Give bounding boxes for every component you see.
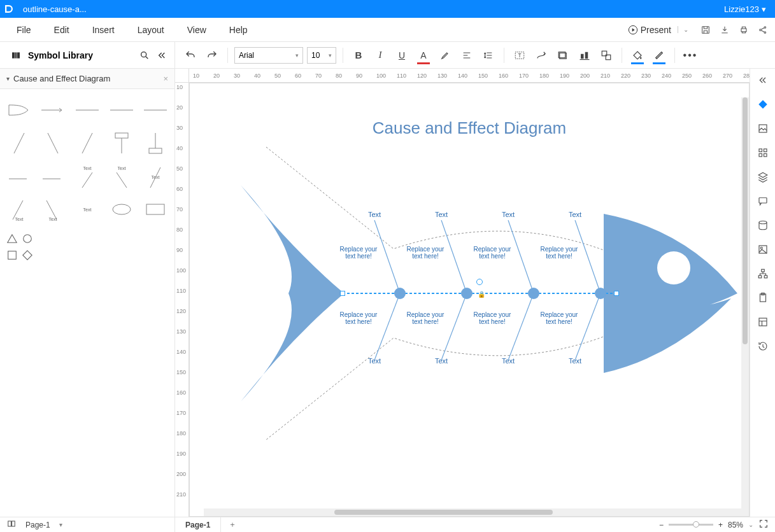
shape-spine[interactable]	[71, 94, 104, 126]
bold-button[interactable]: B	[350, 46, 367, 64]
line-spacing-button[interactable]	[480, 46, 497, 64]
bone-label-top[interactable]: Text	[502, 211, 515, 218]
bone-text-bottom[interactable]: Replace your text here!	[403, 311, 448, 325]
vertical-scrollbar[interactable]	[741, 97, 749, 508]
menu-view[interactable]: View	[176, 25, 218, 35]
highlight-button[interactable]	[436, 46, 454, 64]
shape-box-top[interactable]	[105, 127, 138, 159]
menu-file[interactable]: File	[5, 25, 43, 35]
fullscreen-icon[interactable]	[758, 519, 769, 531]
selection-handle-left[interactable]	[340, 291, 345, 296]
shape-bone-up[interactable]	[3, 127, 36, 159]
expand-panel-icon[interactable]	[755, 73, 771, 88]
bone-label-bottom[interactable]: Text	[435, 357, 448, 365]
redo-button[interactable]	[203, 46, 221, 64]
shape-line-short[interactable]	[3, 160, 36, 192]
bone-text-bottom[interactable]: Replace your text here!	[537, 311, 581, 325]
bone-text-bottom[interactable]: Replace your text here!	[470, 311, 515, 325]
bone-text-top[interactable]: Replace your text here!	[403, 246, 448, 260]
group-button[interactable]	[597, 46, 615, 64]
bone-label-top[interactable]: Text	[368, 211, 381, 218]
bone-label-bottom[interactable]: Text	[368, 357, 381, 365]
bone-label-bottom[interactable]: Text	[502, 357, 515, 365]
bone-text-top[interactable]: Replace your text here!	[336, 246, 381, 260]
zoom-in-button[interactable]: +	[718, 521, 723, 529]
grid-icon[interactable]	[755, 145, 771, 160]
underline-button[interactable]: U	[393, 46, 411, 64]
fill-color-button[interactable]	[629, 46, 646, 64]
align-button[interactable]	[458, 46, 476, 64]
bone-label-bottom[interactable]: Text	[569, 357, 581, 365]
present-caret-icon[interactable]: ⌄	[678, 26, 688, 33]
diamond-icon[interactable]	[22, 249, 33, 261]
menu-help[interactable]: Help	[218, 25, 259, 35]
drawing-canvas[interactable]: Cause and Effect Diagram	[189, 83, 750, 517]
zoom-slider[interactable]	[669, 524, 713, 526]
zoom-slider-thumb[interactable]	[693, 521, 699, 528]
shape-spine-arrow[interactable]	[37, 94, 70, 126]
align-objects-button[interactable]	[576, 46, 594, 64]
bone-label-top[interactable]: Text	[569, 211, 581, 218]
shape-text-bone-down[interactable]: Text	[105, 160, 138, 192]
shape-text-bone-up[interactable]: Text	[71, 160, 104, 192]
menu-insert[interactable]: Insert	[81, 25, 126, 35]
font-family-select[interactable]: Arial▾	[234, 47, 303, 64]
picture-icon[interactable]	[755, 242, 771, 257]
pages-icon[interactable]	[6, 519, 17, 530]
scroll-thumb[interactable]	[334, 510, 552, 515]
close-icon[interactable]: ×	[163, 74, 168, 83]
triangle-icon[interactable]	[6, 233, 18, 244]
page-name-left[interactable]: Page-1	[25, 521, 50, 529]
shape-line-h[interactable]	[105, 94, 138, 126]
layers-icon[interactable]	[755, 169, 771, 185]
shape-bone-up2[interactable]	[71, 127, 104, 159]
bone-label-top[interactable]: Text	[435, 211, 448, 218]
image-icon[interactable]	[755, 121, 771, 136]
more-button[interactable]: •••	[681, 46, 699, 64]
zoom-out-button[interactable]: −	[659, 521, 664, 529]
menu-edit[interactable]: Edit	[43, 25, 81, 35]
circle-icon[interactable]	[22, 233, 33, 244]
connector-button[interactable]	[532, 46, 550, 64]
shape-outline-button[interactable]	[554, 46, 572, 64]
rotation-handle[interactable]	[476, 279, 483, 285]
font-size-select[interactable]: 10▾	[307, 47, 336, 64]
zoom-dropdown-icon[interactable]: ⌄	[748, 521, 753, 528]
undo-button[interactable]	[181, 46, 199, 64]
zoom-value[interactable]: 85%	[728, 521, 743, 529]
bone-text-bottom[interactable]: Replace your text here!	[336, 311, 381, 325]
shape-line-short2[interactable]	[37, 160, 70, 192]
shape-diag-text2[interactable]: Text	[37, 193, 70, 225]
user-menu[interactable]: Lizzie123 ▾	[724, 4, 766, 14]
shape-ellipse[interactable]	[105, 193, 138, 225]
menu-layout[interactable]: Layout	[126, 25, 176, 35]
selection-handle-right[interactable]	[614, 291, 619, 296]
collapse-panel-icon[interactable]	[154, 48, 168, 62]
download-icon[interactable]	[718, 23, 732, 37]
history-icon[interactable]	[755, 339, 771, 354]
shape-line-h2[interactable]	[139, 94, 172, 126]
layout-icon[interactable]	[755, 314, 771, 330]
page-tab[interactable]: Page-1	[175, 517, 221, 532]
shape-text-label[interactable]: Text	[71, 193, 104, 225]
library-category-header[interactable]: ▾ Cause and Effect Diagram ×	[0, 69, 174, 89]
bone-text-top[interactable]: Replace your text here!	[537, 246, 581, 260]
share-icon[interactable]	[756, 23, 770, 37]
page-dropdown-icon[interactable]: ▾	[59, 521, 62, 528]
scroll-thumb[interactable]	[743, 97, 748, 344]
sitemap-icon[interactable]	[755, 266, 771, 281]
clipboard-icon[interactable]	[755, 290, 771, 305]
textbox-button[interactable]: T	[511, 46, 529, 64]
shape-text-bone-box[interactable]: Text	[139, 160, 172, 192]
fishbone-diagram[interactable]	[228, 122, 750, 478]
shape-fishhead[interactable]	[3, 94, 36, 126]
theme-icon[interactable]	[755, 97, 771, 112]
save-icon[interactable]	[699, 23, 713, 37]
present-button[interactable]: Present ⌄	[623, 22, 693, 38]
database-icon[interactable]	[755, 218, 771, 233]
square-icon[interactable]	[6, 249, 18, 261]
shape-bone-down[interactable]	[37, 127, 70, 159]
font-color-button[interactable]: A	[415, 46, 432, 64]
shape-rect[interactable]	[139, 193, 172, 225]
italic-button[interactable]: I	[371, 46, 389, 64]
